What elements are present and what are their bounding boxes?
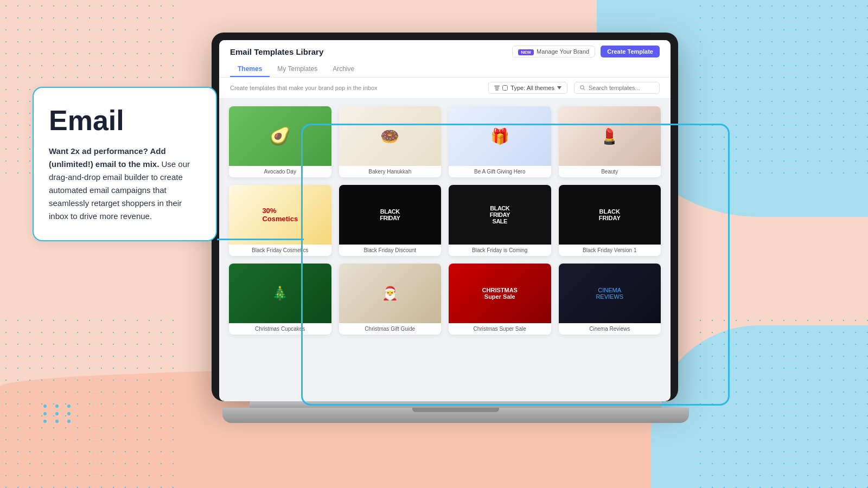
laptop-base (222, 401, 689, 423)
dots-bottom-right (694, 314, 868, 488)
template-thumbnail: BLACK FRIDAY (559, 185, 661, 245)
template-card[interactable]: BLACK FRIDAYBlack Friday Discount (339, 185, 442, 256)
laptop-notch (423, 33, 467, 40)
app-toolbar: Create templates that make your brand po… (219, 78, 671, 99)
template-label: Black Friday Discount (339, 245, 442, 256)
toolbar-subtitle: Create templates that make your brand po… (230, 85, 378, 91)
tab-themes[interactable]: Themes (230, 62, 270, 77)
toolbar-right: Type: All themes (488, 82, 660, 94)
template-card[interactable]: BLACK FRIDAY SALEBlack Friday is Coming (449, 185, 551, 256)
chevron-down-icon (557, 86, 561, 89)
template-label: Bakery Hanukkah (339, 166, 442, 177)
template-label: Be A Gift Giving Hero (449, 166, 551, 177)
template-thumbnail: CINEMA REVIEWS (559, 264, 661, 323)
template-label: Black Friday Version 1 (559, 245, 661, 256)
template-thumbnail: 🎁 (449, 106, 551, 166)
template-card[interactable]: 🥑Avocado Day (229, 106, 331, 177)
app-header-top: Email Templates Library NEW Manage Your … (230, 46, 660, 57)
template-label: Cinema Reviews (559, 323, 661, 335)
template-label: Christmas Gift Guide (339, 323, 442, 335)
template-card[interactable]: BLACK FRIDAYBlack Friday Version 1 (559, 185, 661, 256)
template-thumbnail: 🥑 (229, 106, 331, 166)
template-label: Black Friday is Coming (449, 245, 551, 256)
template-thumbnail: 💄 (559, 106, 661, 166)
templates-grid: 🥑Avocado Day🍩Bakery Hanukkah🎁Be A Gift G… (219, 99, 671, 342)
filter-button[interactable]: Type: All themes (488, 82, 567, 94)
manage-brand-button[interactable]: NEW Manage Your Brand (512, 46, 595, 57)
template-thumbnail: 🍩 (339, 106, 442, 166)
search-box (574, 82, 660, 94)
dots-bottom-left (0, 314, 174, 488)
template-card[interactable]: 🎄Christmas Cupcakes (229, 264, 331, 335)
template-card[interactable]: 30% CosmeticsBlack Friday Cosmetics (229, 185, 331, 256)
svg-line-4 (584, 89, 585, 91)
laptop-screen: Email Templates Library NEW Manage Your … (219, 40, 671, 401)
template-label: Avocado Day (229, 166, 331, 177)
template-label: Black Friday Cosmetics (229, 245, 331, 256)
template-card[interactable]: 🍩Bakery Hanukkah (339, 106, 442, 177)
laptop-hinge (250, 401, 662, 408)
info-card-body-bold: Want 2x ad performance? Add (unlimited!)… (49, 146, 166, 169)
template-card[interactable]: 🎅Christmas Gift Guide (339, 264, 442, 335)
filter-checkbox[interactable] (502, 85, 508, 91)
nav-tabs: Themes My Templates Archive (230, 62, 660, 77)
template-label: Christmas Super Sale (449, 323, 551, 335)
laptop-base-notch (412, 408, 499, 412)
header-right: NEW Manage Your Brand Create Template (512, 46, 660, 57)
app-header: Email Templates Library NEW Manage Your … (219, 40, 671, 78)
laptop-base-body (222, 408, 689, 423)
laptop-screen-border: Email Templates Library NEW Manage Your … (212, 33, 678, 401)
template-thumbnail: CHRISTMAS Super Sale (449, 264, 551, 323)
svg-rect-2 (495, 89, 499, 91)
new-badge: NEW (518, 49, 534, 55)
template-thumbnail: BLACK FRIDAY SALE (449, 185, 551, 245)
tab-archive[interactable]: Archive (325, 62, 362, 77)
template-card[interactable]: CINEMA REVIEWSCinema Reviews (559, 264, 661, 335)
info-card-body: Want 2x ad performance? Add (unlimited!)… (49, 145, 201, 223)
search-icon (580, 85, 585, 91)
app-title: Email Templates Library (230, 47, 323, 56)
info-card-heading: Email (49, 105, 201, 136)
svg-rect-0 (494, 86, 500, 87)
svg-point-3 (580, 86, 584, 89)
dot-group-bottom-left (43, 404, 75, 423)
search-input[interactable] (589, 85, 654, 91)
create-template-button[interactable]: Create Template (601, 46, 660, 57)
template-thumbnail: BLACK FRIDAY (339, 185, 442, 245)
svg-rect-1 (495, 88, 499, 89)
tab-my-templates[interactable]: My Templates (270, 62, 325, 77)
connector-line (217, 239, 304, 240)
template-card[interactable]: CHRISTMAS Super SaleChristmas Super Sale (449, 264, 551, 335)
dots-top-right (694, 0, 868, 174)
filter-icon (494, 85, 500, 91)
laptop-mockup: Email Templates Library NEW Manage Your … (212, 33, 700, 455)
template-card[interactable]: 🎁Be A Gift Giving Hero (449, 106, 551, 177)
template-thumbnail: 🎄 (229, 264, 331, 323)
template-thumbnail: 🎅 (339, 264, 442, 323)
template-label: Christmas Cupcakes (229, 323, 331, 335)
template-thumbnail: 30% Cosmetics (229, 185, 331, 245)
template-label: Beauty (559, 166, 661, 177)
info-card: Email Want 2x ad performance? Add (unlim… (33, 87, 217, 241)
template-card[interactable]: 💄Beauty (559, 106, 661, 177)
